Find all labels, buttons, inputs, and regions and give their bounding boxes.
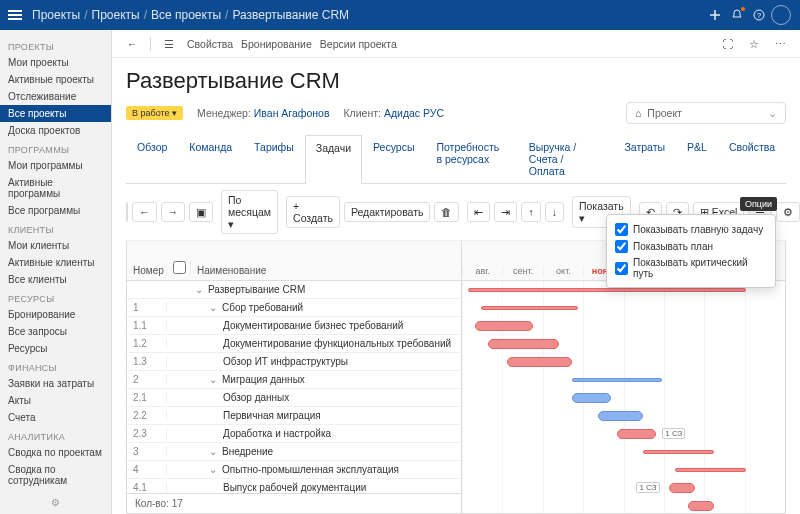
expand-icon[interactable]: ⌄ <box>209 464 219 475</box>
gantt-bar[interactable] <box>507 357 572 367</box>
bell-icon[interactable] <box>726 4 748 26</box>
sidebar-item[interactable]: Ресурсы <box>0 340 111 357</box>
action-versions[interactable]: Версии проекта <box>320 38 397 50</box>
delete-icon[interactable]: 🗑 <box>434 202 459 222</box>
breadcrumb-root[interactable]: Проекты <box>32 8 80 22</box>
sidebar-item[interactable]: Все клиенты <box>0 271 111 288</box>
breadcrumb-3[interactable]: Развертывание CRM <box>232 8 349 22</box>
sidebar-item[interactable]: Заявки на затраты <box>0 375 111 392</box>
table-row[interactable]: 2.2Первичная миграция <box>127 407 461 425</box>
opt-main-task[interactable]: Показывать главную задачу <box>615 221 767 238</box>
view-table[interactable]: Таблица <box>127 203 128 221</box>
manager-link[interactable]: Иван Агафонов <box>254 107 330 119</box>
tab[interactable]: P&L <box>676 134 718 183</box>
sidebar-item[interactable]: Счета <box>0 409 111 426</box>
gantt-bar[interactable] <box>572 378 662 382</box>
table-row[interactable]: 1⌄Сбор требований <box>127 299 461 317</box>
table-row[interactable]: 1.3Обзор ИТ инфраструктуры <box>127 353 461 371</box>
col-check[interactable] <box>167 261 191 276</box>
status-chip[interactable]: В работе ▾ <box>126 106 183 120</box>
tab[interactable]: Обзор <box>126 134 178 183</box>
sidebar-item[interactable]: Активные программы <box>0 174 111 202</box>
expand-icon[interactable]: ⌄ <box>209 446 219 457</box>
plus-icon[interactable] <box>704 4 726 26</box>
tab[interactable]: Задачи <box>305 135 362 184</box>
gantt-bar[interactable] <box>598 411 643 421</box>
sidebar-item[interactable]: Активные клиенты <box>0 254 111 271</box>
sidebar-item[interactable]: Все запросы <box>0 323 111 340</box>
table-row[interactable]: 3⌄Внедрение <box>127 443 461 461</box>
period-select[interactable]: По месяцам ▾ <box>221 190 278 234</box>
action-booking[interactable]: Бронирование <box>241 38 312 50</box>
gantt-bar[interactable] <box>617 429 656 439</box>
tab[interactable]: Выручка / Счета / Оплата <box>518 134 614 183</box>
create-button[interactable]: + Создать <box>286 196 340 228</box>
moveup-icon[interactable]: ↑ <box>521 202 540 222</box>
user-avatar[interactable] <box>770 4 792 26</box>
col-number[interactable]: Номер <box>127 265 167 276</box>
table-row[interactable]: 1.1Документирование бизнес требований <box>127 317 461 335</box>
project-selector[interactable]: ⌂ Проект ⌄ <box>626 102 786 124</box>
sidebar-item[interactable]: Мои программы <box>0 157 111 174</box>
outdent-icon[interactable]: ⇤ <box>467 202 490 222</box>
table-row[interactable]: 1.2Документирование функциональных требо… <box>127 335 461 353</box>
hamburger-icon[interactable] <box>8 8 26 22</box>
tab[interactable]: Затраты <box>613 134 676 183</box>
sidebar-item[interactable]: Отслеживание <box>0 88 111 105</box>
sidebar-item[interactable]: Все программы <box>0 202 111 219</box>
tab[interactable]: Тарифы <box>243 134 305 183</box>
indent-icon[interactable]: ⇥ <box>494 202 517 222</box>
sidebar-item[interactable]: Доска проектов <box>0 122 111 139</box>
sidebar-item[interactable]: Сводка по сотрудникам <box>0 461 111 489</box>
action-props[interactable]: Свойства <box>187 38 233 50</box>
expand-icon[interactable]: ⛶ <box>718 34 738 54</box>
sidebar-settings-icon[interactable]: ⚙ <box>0 489 111 514</box>
table-row[interactable]: 2.3Доработка и настройка <box>127 425 461 443</box>
back-icon[interactable]: ← <box>122 34 142 54</box>
sidebar-item[interactable]: Активные проекты <box>0 71 111 88</box>
tab[interactable]: Ресурсы <box>362 134 425 183</box>
movedown-icon[interactable]: ↓ <box>545 202 564 222</box>
sidebar-item[interactable]: Сводка по проектам <box>0 444 111 461</box>
table-row[interactable]: ⌄Развертывание CRM <box>127 281 461 299</box>
opt-critical[interactable]: Показывать критический путь <box>615 255 767 281</box>
arrow-left-icon[interactable]: ← <box>132 202 157 222</box>
star-icon[interactable]: ☆ <box>744 34 764 54</box>
gantt-bar[interactable] <box>481 306 578 310</box>
sidebar-item[interactable]: Бронирование <box>0 306 111 323</box>
tab-props[interactable]: Свойства <box>718 134 786 183</box>
gantt-bar[interactable] <box>468 288 746 292</box>
expand-icon[interactable]: ⌄ <box>209 374 219 385</box>
sidebar-item[interactable]: Все проекты <box>0 105 111 122</box>
table-row[interactable]: 4.1Выпуск рабочей документации <box>127 479 461 493</box>
gantt-bar[interactable] <box>688 501 714 511</box>
gantt-bar[interactable] <box>643 450 714 454</box>
help-icon[interactable]: ? <box>748 4 770 26</box>
gantt-bar[interactable] <box>669 483 695 493</box>
table-row[interactable]: 2.1Обзор данных <box>127 389 461 407</box>
today-icon[interactable]: ▣ <box>189 202 213 222</box>
expand-icon[interactable]: ⌄ <box>209 302 219 313</box>
opt-plan[interactable]: Показывать план <box>615 238 767 255</box>
gantt-bar[interactable] <box>572 393 611 403</box>
tab[interactable]: Команда <box>178 134 243 183</box>
sidebar-item[interactable]: Мои проекты <box>0 54 111 71</box>
gantt-bar[interactable] <box>488 339 559 349</box>
client-link[interactable]: Адидас РУС <box>384 107 444 119</box>
sidebar-item[interactable]: Мои клиенты <box>0 237 111 254</box>
col-name[interactable]: Наименование <box>191 265 461 276</box>
table-row[interactable]: 2⌄Миграция данных <box>127 371 461 389</box>
more-icon[interactable]: ⋯ <box>770 34 790 54</box>
arrow-right-icon[interactable]: → <box>161 202 186 222</box>
table-row[interactable]: 4⌄Опытно-промышленная эксплуатация <box>127 461 461 479</box>
gantt-bar[interactable] <box>675 468 746 472</box>
settings-icon[interactable]: ⚙ <box>776 202 800 222</box>
props-icon[interactable]: ☰ <box>159 34 179 54</box>
breadcrumb-1[interactable]: Проекты <box>92 8 140 22</box>
edit-button[interactable]: Редактировать <box>344 202 431 222</box>
sidebar-item[interactable]: Акты <box>0 392 111 409</box>
gantt-bar[interactable] <box>475 321 533 331</box>
tab[interactable]: Потребность в ресурсах <box>425 134 517 183</box>
breadcrumb-2[interactable]: Все проекты <box>151 8 221 22</box>
expand-icon[interactable]: ⌄ <box>195 284 205 295</box>
